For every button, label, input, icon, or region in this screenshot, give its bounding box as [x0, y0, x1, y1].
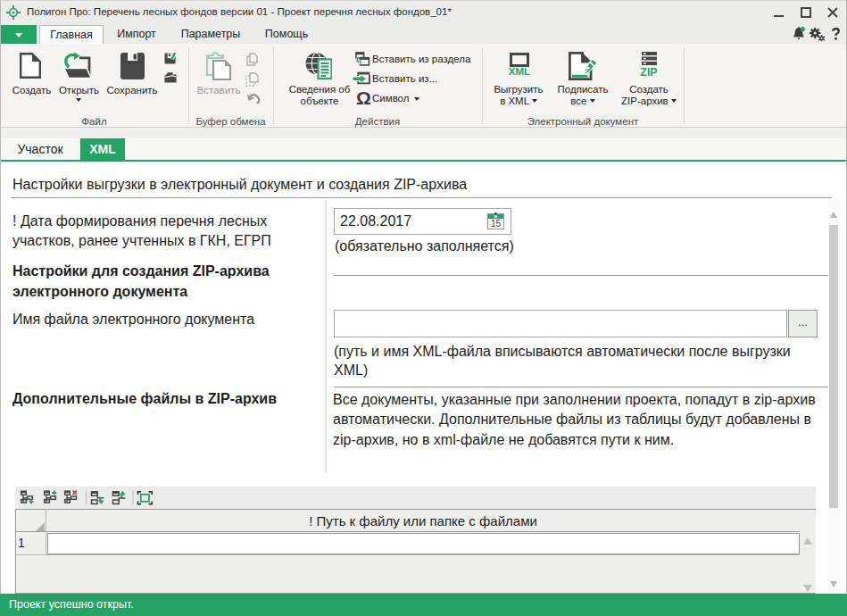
svg-text:15: 15 [491, 219, 502, 229]
